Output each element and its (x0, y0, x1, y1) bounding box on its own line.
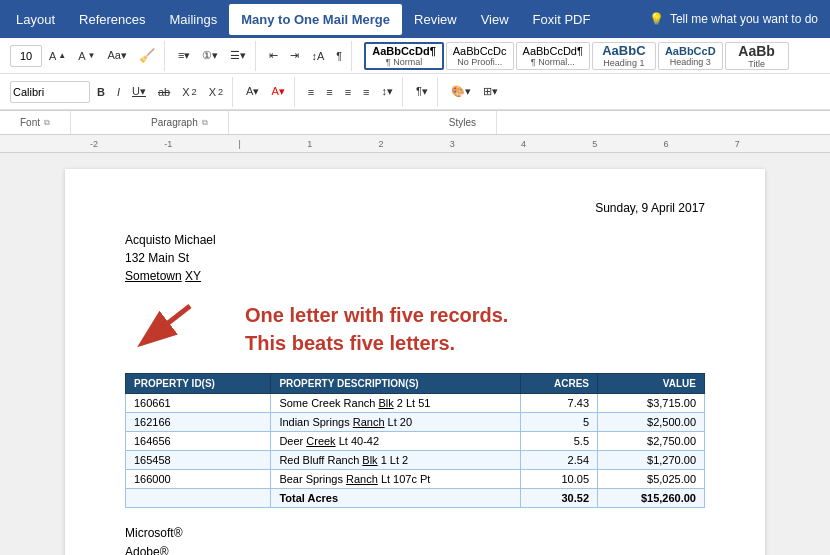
ruler: -2 -1 | 1 2 3 4 5 6 7 (0, 135, 830, 153)
paragraph-expand-icon[interactable]: ⧉ (202, 118, 208, 128)
address-line2: 132 Main St (125, 249, 705, 267)
font-color-btn[interactable]: A▾ (266, 82, 289, 101)
style-normal-indent[interactable]: AaBbCcDd¶ ¶ Normal... (516, 42, 590, 70)
text-highlight-btn[interactable]: A▾ (241, 82, 264, 101)
menu-review[interactable]: Review (402, 4, 469, 35)
align-right-btn[interactable]: ≡ (340, 83, 356, 101)
style-no-proofing[interactable]: AaBbCcDc No Proofi... (446, 42, 514, 70)
subscript-btn[interactable]: X2 (177, 83, 201, 101)
footer-line2: Adobe® (125, 543, 705, 555)
borders-btn[interactable]: ⊞▾ (478, 82, 503, 101)
font-label: Font ⧉ (0, 111, 71, 134)
font-format-section: B I U▾ ab X2 X2 (6, 77, 233, 107)
underline-btn[interactable]: U▾ (127, 82, 151, 101)
style-heading1[interactable]: AaBbC Heading 1 (592, 42, 656, 70)
document-date: Sunday, 9 April 2017 (125, 201, 705, 215)
show-marks-btn[interactable]: ¶ (331, 47, 347, 65)
list-section: ≡▾ ①▾ ☰▾ (169, 41, 256, 71)
callout-text: One letter with five records. This beats… (245, 301, 705, 357)
italic-btn[interactable]: I (112, 83, 125, 101)
menu-foxit[interactable]: Foxit PDF (521, 4, 603, 35)
strikethrough-btn[interactable]: ab (153, 83, 175, 101)
styles-label: Styles (229, 111, 497, 134)
paragraph-label: Paragraph ⧉ (71, 111, 229, 134)
table-row: 166000 Bear Springs Ranch Lt 107c Pt 10.… (126, 470, 705, 489)
styles-section: AaBbCcDd¶ ¶ Normal AaBbCcDc No Proofi...… (356, 42, 824, 70)
indent-section: ⇤ ⇥ ↕A ¶ (260, 41, 352, 71)
shading-section: 🎨▾ ⊞▾ (442, 77, 507, 107)
text-color-section: A▾ A▾ (237, 77, 295, 107)
font-size-increase[interactable]: A▲ (44, 47, 71, 65)
bullets-btn[interactable]: ≡▾ (173, 46, 195, 65)
footer-line1: Microsoft® (125, 524, 705, 543)
table-row: 164656 Deer Creek Lt 40-42 5.5 $2,750.00 (126, 432, 705, 451)
bold-btn[interactable]: B (92, 83, 110, 101)
document-callout: One letter with five records. This beats… (125, 301, 705, 357)
menu-bar: Layout References Mailings Many to One M… (0, 0, 830, 38)
table-header-id: PROPERTY ID(S) (126, 374, 271, 394)
document-address: Acquisto Michael 132 Main St Sometown XY (125, 231, 705, 285)
menu-many-to-one[interactable]: Many to One Mail Merge (229, 4, 402, 35)
menu-layout[interactable]: Layout (4, 4, 67, 35)
menu-view[interactable]: View (469, 4, 521, 35)
tell-me-text[interactable]: Tell me what you want to do (670, 12, 818, 26)
table-row: 165458 Red Bluff Ranch Blk 1 Lt 2 2.54 $… (126, 451, 705, 470)
style-heading3[interactable]: AaBbCcD Heading 3 (658, 42, 723, 70)
align-justify-btn[interactable]: ≡ (358, 83, 374, 101)
property-table: PROPERTY ID(S) PROPERTY DESCRIPTION(S) A… (125, 373, 705, 508)
arrow-graphic (135, 301, 245, 356)
table-row: 162166 Indian Springs Ranch Lt 20 5 $2,5… (126, 413, 705, 432)
align-section: ≡ ≡ ≡ ≡ ↕▾ (299, 77, 403, 107)
align-left-btn[interactable]: ≡ (303, 83, 319, 101)
font-size-decrease[interactable]: A▼ (73, 47, 100, 65)
shading-btn[interactable]: 🎨▾ (446, 82, 476, 101)
style-normal[interactable]: AaBbCcDd¶ ¶ Normal (364, 42, 444, 70)
ribbon-row2: B I U▾ ab X2 X2 A▾ A▾ ≡ ≡ ≡ ≡ ↕▾ ¶▾ 🎨▾ ⊞… (0, 74, 830, 110)
ruler-inner: -2 -1 | 1 2 3 4 5 6 7 (0, 139, 830, 149)
table-row: 160661 Some Creek Ranch Blk 2 Lt 51 7.43… (126, 394, 705, 413)
para-format-btn[interactable]: ¶▾ (411, 82, 433, 101)
document-footer: Microsoft® Adobe® (125, 524, 705, 555)
align-center-btn[interactable]: ≡ (321, 83, 337, 101)
font-expand-icon[interactable]: ⧉ (44, 118, 50, 128)
table-total-row: Total Acres 30.52 $15,260.00 (126, 489, 705, 508)
font-section: A▲ A▼ Aa▾ 🧹 (6, 41, 165, 71)
multilevel-btn[interactable]: ☰▾ (225, 46, 251, 65)
document-area: Sunday, 9 April 2017 Acquisto Michael 13… (0, 153, 830, 555)
change-case-btn[interactable]: Aa▾ (103, 46, 132, 65)
lightbulb-icon: 💡 (649, 12, 664, 26)
sort-btn[interactable]: ↕A (306, 47, 329, 65)
address-line1: Acquisto Michael (125, 231, 705, 249)
para-style-section: ¶▾ (407, 77, 438, 107)
line-spacing-btn[interactable]: ↕▾ (376, 82, 398, 101)
svg-line-1 (145, 306, 190, 341)
table-header-desc: PROPERTY DESCRIPTION(S) (271, 374, 520, 394)
decrease-indent-btn[interactable]: ⇤ (264, 46, 283, 65)
table-header-acres: ACRES (520, 374, 597, 394)
clear-format-btn[interactable]: 🧹 (134, 45, 160, 66)
ribbon-labels: Font ⧉ Paragraph ⧉ Styles (0, 111, 830, 135)
numbering-btn[interactable]: ①▾ (197, 46, 223, 65)
font-size-input[interactable] (10, 45, 42, 67)
menu-references[interactable]: References (67, 4, 157, 35)
style-title[interactable]: AaBb Title (725, 42, 789, 70)
ribbon-row1: A▲ A▼ Aa▾ 🧹 ≡▾ ①▾ ☰▾ ⇤ ⇥ ↕A ¶ AaBbCcDd¶ … (0, 38, 830, 74)
table-header-value: VALUE (598, 374, 705, 394)
increase-indent-btn[interactable]: ⇥ (285, 46, 304, 65)
address-line3: Sometown XY (125, 267, 705, 285)
document-page[interactable]: Sunday, 9 April 2017 Acquisto Michael 13… (65, 169, 765, 555)
menu-mailings[interactable]: Mailings (158, 4, 230, 35)
superscript-btn[interactable]: X2 (204, 83, 228, 101)
arrow-container (135, 301, 245, 359)
font-name-input[interactable] (10, 81, 90, 103)
